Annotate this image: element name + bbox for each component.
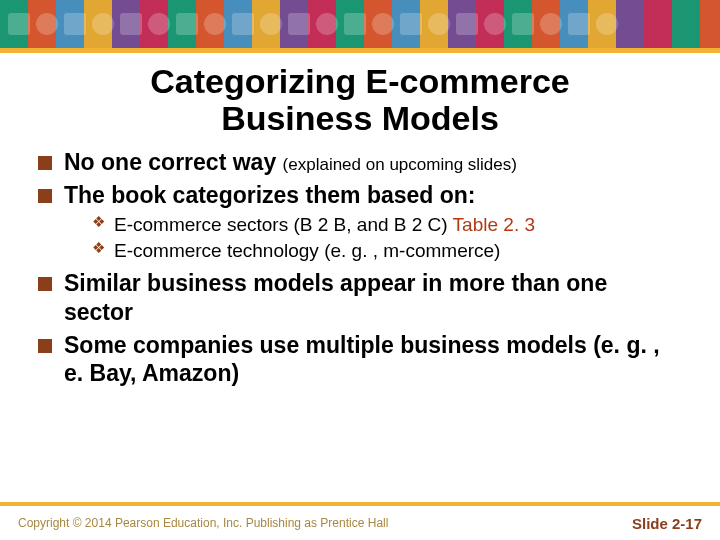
footer: Copyright © 2014 Pearson Education, Inc.… <box>0 506 720 540</box>
decorative-icon <box>204 13 226 35</box>
decorative-icon <box>8 13 30 35</box>
decorative-icon <box>316 13 338 35</box>
decorative-icon <box>400 13 422 35</box>
bullet-3: Similar business models appear in more t… <box>38 269 682 327</box>
content-area: Categorizing E-commerce Business Models … <box>0 53 720 502</box>
bullet-list: No one correct way (explained on upcomin… <box>38 148 682 388</box>
bullet-1-note: (explained on upcoming slides) <box>283 155 517 174</box>
sub-bullet-2: E-commerce technology (e. g. , m-commerc… <box>64 238 682 264</box>
header-banner <box>0 0 720 48</box>
slide-number: Slide 2-17 <box>632 515 702 532</box>
title-line-1: Categorizing E-commerce <box>150 62 569 100</box>
sub-bullet-1: E-commerce sectors (B 2 B, and B 2 C) Ta… <box>64 212 682 238</box>
title-line-2: Business Models <box>221 99 499 137</box>
bullet-4-text: Some companies use multiple business mod… <box>64 332 660 387</box>
bullet-4: Some companies use multiple business mod… <box>38 331 682 389</box>
bullet-2: The book categorizes them based on: E-co… <box>38 181 682 263</box>
banner-icons-row <box>0 0 720 48</box>
decorative-icon <box>512 13 534 35</box>
sub-bullet-list: E-commerce sectors (B 2 B, and B 2 C) Ta… <box>64 212 682 263</box>
sub-bullet-2-text: E-commerce technology (e. g. , m-commerc… <box>114 240 500 261</box>
decorative-icon <box>540 13 562 35</box>
decorative-icon <box>456 13 478 35</box>
decorative-icon <box>288 13 310 35</box>
decorative-icon <box>64 13 86 35</box>
decorative-icon <box>36 13 58 35</box>
decorative-icon <box>428 13 450 35</box>
decorative-icon <box>260 13 282 35</box>
decorative-icon <box>176 13 198 35</box>
decorative-icon <box>120 13 142 35</box>
decorative-icon <box>232 13 254 35</box>
copyright-text: Copyright © 2014 Pearson Education, Inc.… <box>18 516 388 530</box>
decorative-icon <box>568 13 590 35</box>
decorative-icon <box>344 13 366 35</box>
slide-title: Categorizing E-commerce Business Models <box>38 63 682 136</box>
decorative-icon <box>372 13 394 35</box>
bullet-2-text: The book categorizes them based on: <box>64 182 476 208</box>
sub-bullet-1-text: E-commerce sectors (B 2 B, and B 2 C) <box>114 214 453 235</box>
decorative-icon <box>92 13 114 35</box>
decorative-icon <box>148 13 170 35</box>
sub-bullet-1-highlight: Table 2. 3 <box>453 214 535 235</box>
slide: Categorizing E-commerce Business Models … <box>0 0 720 540</box>
bullet-3-text: Similar business models appear in more t… <box>64 270 607 325</box>
decorative-icon <box>484 13 506 35</box>
bullet-1-main: No one correct way <box>64 149 283 175</box>
bullet-1: No one correct way (explained on upcomin… <box>38 148 682 177</box>
decorative-icon <box>596 13 618 35</box>
